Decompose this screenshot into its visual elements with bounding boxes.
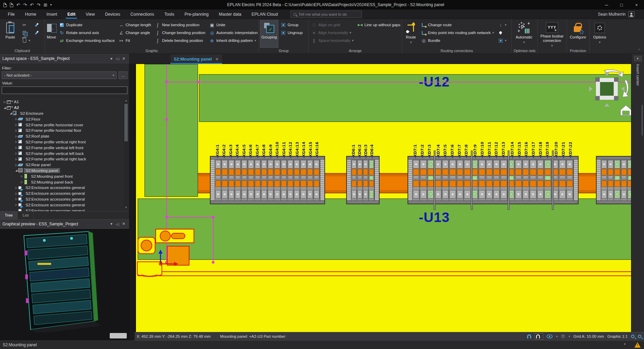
separator-post[interactable] xyxy=(552,150,554,210)
undo-icon[interactable]: ↶ xyxy=(16,3,20,7)
tree-expanded-icon[interactable]: ◢ xyxy=(14,169,18,172)
align-on-grid-button[interactable]: ∷Align on grid xyxy=(310,21,355,29)
tree-collapsed-icon[interactable]: ▷ xyxy=(14,140,18,143)
layer-visibility-icon[interactable] xyxy=(547,334,553,338)
terminal-xd7-3[interactable] xyxy=(427,160,434,201)
visibility-dropdown-icon[interactable]: ▾ xyxy=(556,335,558,338)
terminal-group-xg4[interactable] xyxy=(210,156,325,204)
terminal-xg4-11[interactable] xyxy=(281,160,287,201)
copy-button[interactable] xyxy=(20,29,32,36)
terminal-xd7-4[interactable] xyxy=(434,160,442,201)
menu-tab-home[interactable]: Home xyxy=(20,10,41,19)
terminal-xd7-8[interactable] xyxy=(464,160,471,201)
ribbon-collapse-icon[interactable]: ⌃ xyxy=(638,48,641,52)
sidebar-scrollbar[interactable] xyxy=(642,105,643,136)
object-snap-icon[interactable]: : xyxy=(535,333,543,339)
terminal-xg4-15[interactable] xyxy=(307,160,313,201)
preview-scrollbar-thumb[interactable] xyxy=(110,333,127,338)
tree-collapsed-icon[interactable]: ▷ xyxy=(14,197,18,201)
minimize-button[interactable]: ─ xyxy=(599,0,614,10)
placement-point-button[interactable] xyxy=(497,29,508,36)
user-account[interactable]: Sean Mulherrin xyxy=(598,10,634,19)
tab-tree[interactable]: Tree xyxy=(0,211,18,219)
tree-item[interactable]: ▷S2:Rear panel xyxy=(0,162,129,168)
end-clamp[interactable] xyxy=(408,160,413,201)
green-plate-left[interactable] xyxy=(144,64,198,197)
terminal[interactable] xyxy=(608,160,614,201)
tree-item[interactable]: ◢A2 xyxy=(0,105,129,111)
terminal-xd7-1[interactable] xyxy=(413,160,420,201)
terminal[interactable] xyxy=(621,160,627,201)
ungroup-button[interactable]: Ungroup xyxy=(279,29,304,36)
terminal-xg4-3[interactable] xyxy=(228,160,235,201)
menu-tab-insert[interactable]: Insert xyxy=(42,10,62,19)
terminal-xd7-21[interactable] xyxy=(559,160,566,201)
tree-collapsed-icon[interactable]: ▷ xyxy=(20,175,24,178)
panel-close-icon[interactable]: ✕ xyxy=(121,57,127,61)
snap-icon[interactable] xyxy=(527,334,531,338)
tree-item[interactable]: ◢S2:Enclosure xyxy=(0,111,129,116)
tree-collapsed-icon[interactable]: ▷ xyxy=(14,152,18,155)
tree-item[interactable]: ▷S2:Mounting panel front xyxy=(0,173,129,179)
sidebar-expand-icon[interactable]: ▾ xyxy=(634,56,642,61)
tree-collapsed-icon[interactable]: ▷ xyxy=(14,192,18,195)
tree-collapsed-icon[interactable]: ▷ xyxy=(14,186,18,189)
zoom-out-icon[interactable] xyxy=(631,335,634,338)
warning-icon[interactable] xyxy=(634,342,641,348)
unite-button[interactable]: ▣Unite xyxy=(208,21,259,29)
terminal[interactable] xyxy=(627,160,631,201)
separator-post[interactable] xyxy=(508,150,509,210)
tree-item[interactable]: S2:Enclosure accessories general xyxy=(0,208,129,211)
tree-item[interactable]: ▷S2:Enclosure accessories general xyxy=(0,196,129,202)
terminal-xd7-2[interactable] xyxy=(420,160,427,201)
construction-line-horizontal-1[interactable] xyxy=(166,82,631,82)
terminal-xd7-17[interactable] xyxy=(530,160,537,201)
terminal-xd7-18[interactable] xyxy=(537,160,544,201)
automatic-button[interactable]: ++ Automatic▾ xyxy=(513,20,535,47)
tree-item[interactable]: ◢S2:Mounting panel xyxy=(0,168,129,174)
tree-item[interactable]: ▷S2:Roof plate xyxy=(0,133,129,139)
preview-menu-icon[interactable]: ▾ xyxy=(108,222,114,226)
menu-tab-view[interactable]: View xyxy=(80,10,100,19)
inherit-drilling-pattern-button[interactable]: ⊕Inherit drilling pattern ▾ xyxy=(208,37,259,44)
panel-menu-icon[interactable]: ▾ xyxy=(108,57,114,61)
green-plate-u12[interactable] xyxy=(199,74,631,122)
terminal-xd6-3[interactable] xyxy=(363,160,369,201)
tree-item[interactable]: ▷S2:Floor xyxy=(0,116,129,122)
terminal-group-xd7[interactable] xyxy=(408,156,579,204)
terminal[interactable] xyxy=(601,160,608,201)
format-painter-button[interactable] xyxy=(33,21,41,29)
terminal-xg4-6[interactable] xyxy=(248,160,254,201)
tree-item[interactable]: ▷S2:Frame profile vertical left front xyxy=(0,145,129,150)
terminal-xg4-2[interactable] xyxy=(221,160,228,201)
terminal-xd7-11[interactable] xyxy=(486,160,493,201)
menu-tab-eplan-cloud[interactable]: EPLAN Cloud xyxy=(246,10,283,19)
terminal-xd7-13[interactable] xyxy=(500,160,507,201)
menu-tab-connections[interactable]: Connections xyxy=(125,10,159,19)
new-document-icon[interactable] xyxy=(3,3,7,7)
undo-list-icon[interactable]: ↶ xyxy=(30,3,34,7)
terminal[interactable] xyxy=(614,160,620,201)
terminal-xd7-10[interactable] xyxy=(478,160,486,201)
change-angle-button[interactable]: ∠Change angle xyxy=(118,29,153,36)
menu-tab-edit[interactable]: Edit xyxy=(62,10,81,19)
select-routing-button[interactable]: ▾ xyxy=(497,37,508,44)
navigation-cube[interactable] xyxy=(586,65,631,116)
construction-handle[interactable] xyxy=(212,261,214,264)
drawing-viewport[interactable]: -XG4:1-XG4:2-XG4:3-XG4:4-XG4:5-XG4:6-XG4… xyxy=(135,64,631,332)
tree-item[interactable]: ▷S2:Frame profile vertical right back xyxy=(0,156,129,162)
tree-expanded-icon[interactable]: ◢ xyxy=(9,112,13,115)
terminal-xg4-10[interactable] xyxy=(274,160,280,201)
tree-item[interactable]: ▷S2:Mounting panel back xyxy=(0,179,129,185)
maximize-button[interactable]: □ xyxy=(614,0,629,10)
configure-button[interactable]: Configure xyxy=(568,20,587,47)
tree-collapsed-icon[interactable]: ▷ xyxy=(14,203,18,206)
delete-button[interactable]: ▾ xyxy=(20,37,32,44)
end-clamp[interactable] xyxy=(320,160,324,201)
new-bending-position-button[interactable]: ∫New bending position xyxy=(154,21,206,29)
document-tab[interactable]: S2:Mounting panel ✕ xyxy=(170,54,222,64)
preview-close-icon[interactable]: ✕ xyxy=(121,222,127,226)
terminal-xd7-5[interactable] xyxy=(442,160,449,201)
construction-handle[interactable] xyxy=(197,81,199,83)
terminal-xd6-2[interactable] xyxy=(357,160,363,201)
